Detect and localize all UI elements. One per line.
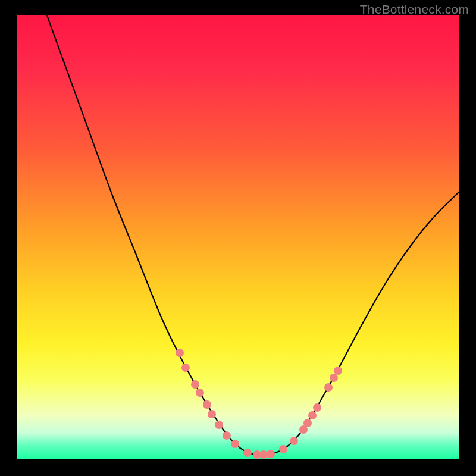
data-point xyxy=(324,383,333,392)
marker-layer xyxy=(176,349,342,459)
data-point xyxy=(313,403,321,412)
data-point xyxy=(176,349,184,357)
data-point xyxy=(215,421,223,429)
data-point xyxy=(203,400,211,409)
data-point xyxy=(231,440,239,448)
bottleneck-curve xyxy=(47,15,459,455)
data-point xyxy=(330,374,338,382)
chart-frame: TheBottleneck.com xyxy=(0,0,476,476)
data-point xyxy=(191,380,199,389)
data-point xyxy=(181,364,190,372)
data-point xyxy=(303,419,312,427)
data-point xyxy=(290,437,298,445)
chart-svg xyxy=(17,15,459,459)
data-point xyxy=(308,411,317,419)
data-point xyxy=(223,431,231,440)
data-point xyxy=(243,449,252,457)
data-point xyxy=(334,367,342,375)
curve-layer xyxy=(47,15,459,455)
watermark-text: TheBottleneck.com xyxy=(360,2,469,17)
data-point xyxy=(196,389,204,397)
data-point xyxy=(279,445,287,453)
data-point xyxy=(208,410,216,418)
plot-area xyxy=(17,15,459,459)
data-point xyxy=(259,450,268,459)
data-point xyxy=(267,450,275,458)
